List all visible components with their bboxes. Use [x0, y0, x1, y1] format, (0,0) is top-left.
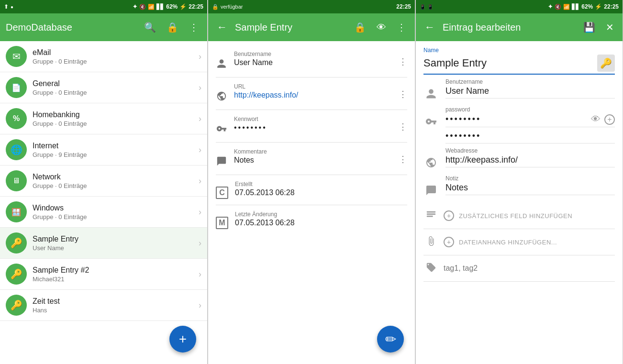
list-item-subtitle: Gruppe · 0 Einträge — [33, 58, 193, 65]
entry-detail-content: Benutzername User Name ⋮ URL http://keep… — [208, 41, 415, 364]
password-input[interactable]: •••••••• — [445, 114, 587, 124]
list-item[interactable]: 🔑 Zeit test Hans › — [0, 290, 207, 321]
lock-icon[interactable]: 🔒 — [164, 19, 181, 36]
network-group-icon: 🖥 — [6, 170, 27, 191]
internet-group-icon: 🌐 — [6, 139, 27, 160]
eye-toggle-icon[interactable]: 👁 — [591, 114, 601, 125]
chevron-right-icon: › — [199, 83, 201, 93]
password-confirm-row: •••••••• — [445, 131, 615, 143]
list-item[interactable]: 🔑 Sample Entry #2 Michael321 › — [0, 259, 207, 290]
list-item-subtitle: Gruppe · 0 Einträge — [33, 213, 193, 221]
lock-entry-icon[interactable]: 🔒 — [351, 19, 369, 36]
list-item-title: Windows — [33, 204, 193, 212]
chevron-right-icon: › — [199, 145, 201, 155]
status-bar-1: ⬆ ● ✦ 🔇 📶 ▋▋ 62% ⚡ 22:25 — [0, 0, 207, 13]
name-input[interactable]: Sample Entry — [423, 57, 593, 69]
svg-rect-1 — [427, 213, 435, 215]
modified-field: M Letzte Änderung 07.05.2013 06:28 — [208, 205, 415, 235]
notes-field: Kommentare Notes ⋮ — [208, 143, 415, 175]
list-item[interactable]: 🪟 Windows Gruppe · 0 Einträge › — [0, 197, 207, 228]
svg-rect-2 — [427, 216, 433, 217]
custom-field-icon — [426, 210, 436, 220]
list-item-title: Homebanking — [33, 110, 193, 119]
close-icon[interactable]: ✕ — [603, 19, 617, 36]
add-attachment-circle-icon: + — [444, 237, 454, 247]
sample-entry2-icon: 🔑 — [6, 264, 27, 285]
password-confirm-input[interactable]: •••••••• — [445, 131, 615, 141]
wifi-icon-3: 📶 — [563, 4, 570, 10]
list-item[interactable]: 🌐 Internet Gruppe · 9 Einträge › — [0, 134, 207, 165]
signal-icon-3: ▋▋ — [572, 4, 579, 10]
back-icon[interactable]: ← — [214, 18, 230, 36]
chevron-right-icon: › — [199, 114, 201, 124]
password-label: Kennwort — [234, 116, 392, 122]
attachment-icon — [426, 236, 436, 246]
name-input-row: Sample Entry 🔑 — [423, 55, 615, 75]
add-icon: + — [179, 331, 187, 347]
url-input-row: http://keepass.info/ — [445, 155, 615, 167]
list-item-subtitle: User Name — [33, 244, 193, 252]
list-item-text: eMail Gruppe · 0 Einträge — [33, 48, 193, 65]
add-entry-fab[interactable]: + — [169, 326, 196, 353]
add-attachment-row[interactable]: + DATEIANHANG HINZUFÜGEN... — [423, 229, 615, 255]
list-item[interactable]: 📄 General Gruppe · 0 Einträge › — [0, 72, 207, 103]
more-options-icon[interactable]: ⋮ — [399, 89, 407, 99]
url-input[interactable]: http://keepass.info/ — [445, 155, 615, 165]
url-edit-row: Webadresse http://keepass.info/ — [423, 147, 615, 171]
add-field-row[interactable]: + ZUSÄTZLICHES FELD HINZUFÜGEN — [423, 203, 615, 229]
key-icon — [216, 123, 227, 136]
person-icon — [216, 58, 227, 71]
more-options-icon[interactable]: ⋮ — [399, 154, 407, 165]
notes-input[interactable]: Notes — [445, 183, 615, 193]
list-item[interactable]: 🔑 Sample Entry User Name › — [0, 228, 207, 259]
overflow-menu-icon[interactable]: ⋮ — [186, 19, 201, 36]
password-edit-row: password •••••••• 👁 + •••••••• — [423, 106, 615, 143]
notes-edit-content: Notiz Notes — [445, 175, 615, 195]
notification-icon: ● — [11, 4, 13, 10]
list-item[interactable]: ✉ eMail Gruppe · 0 Einträge › — [0, 41, 207, 72]
username-edit-content: Benutzername User Name — [445, 78, 615, 99]
status-bar-2: 🔒 verfügbar 22:25 — [208, 0, 415, 13]
notes-label: Kommentare — [234, 148, 392, 155]
add-password-icon[interactable]: + — [604, 114, 615, 125]
list-item[interactable]: % Homebanking Gruppe · 0 Einträge › — [0, 103, 207, 134]
notes-input-row: Notes — [445, 183, 615, 195]
list-item-text: Windows Gruppe · 0 Einträge — [33, 204, 193, 221]
tag-icon — [426, 262, 436, 273]
username-input[interactable]: User Name — [445, 86, 615, 96]
list-item-text: Network Gruppe · 0 Einträge — [33, 173, 193, 189]
more-options-icon[interactable]: ⋮ — [399, 121, 407, 132]
homebanking-group-icon: % — [6, 108, 27, 129]
bluetooth-icon: ✦ — [133, 3, 137, 10]
time-display-2: 22:25 — [396, 3, 411, 10]
tags-value[interactable]: tag1, tag2 — [444, 264, 478, 273]
battery-percent-3: 62% — [581, 3, 593, 10]
edit-entry-fab[interactable]: ✏ — [377, 326, 404, 353]
url-value[interactable]: http://keepass.info/ — [234, 91, 392, 99]
save-icon[interactable]: 💾 — [580, 19, 598, 36]
modified-field-content: Letzte Änderung 07.05.2013 06:28 — [235, 211, 407, 227]
list-item[interactable]: 🖥 Network Gruppe · 0 Einträge › — [0, 165, 207, 197]
sample-entry-icon: 🔑 — [6, 232, 27, 254]
screen-icon2: 📱 — [427, 4, 433, 10]
created-icon: C — [216, 187, 228, 199]
modified-icon: M — [216, 217, 228, 229]
list-item-title: Internet — [33, 142, 193, 150]
overflow-menu-icon-2[interactable]: ⋮ — [394, 19, 409, 36]
notes-edit-row: Notiz Notes — [423, 175, 615, 199]
edit-form: Name Sample Entry 🔑 Benutzername User Na… — [416, 41, 623, 364]
key-generate-icon[interactable]: 🔑 — [597, 55, 615, 72]
eye-icon[interactable]: 👁 — [374, 19, 389, 36]
signal-icon: ▋▋ — [156, 4, 164, 10]
username-field: Benutzername User Name ⋮ — [208, 45, 415, 77]
back-icon-3[interactable]: ← — [422, 18, 438, 36]
list-item-subtitle: Hans — [33, 307, 193, 314]
add-circle-icon: + — [444, 210, 454, 221]
created-field-content: Erstellt 07.05.2013 06:28 — [235, 181, 407, 197]
battery-percent: 62% — [166, 3, 178, 10]
edit-title: Eintrag bearbeiten — [443, 22, 576, 33]
modified-value: 07.05.2013 06:28 — [235, 219, 407, 227]
more-options-icon[interactable]: ⋮ — [399, 56, 407, 67]
search-icon[interactable]: 🔍 — [141, 19, 159, 36]
modified-label: Letzte Änderung — [235, 211, 407, 218]
